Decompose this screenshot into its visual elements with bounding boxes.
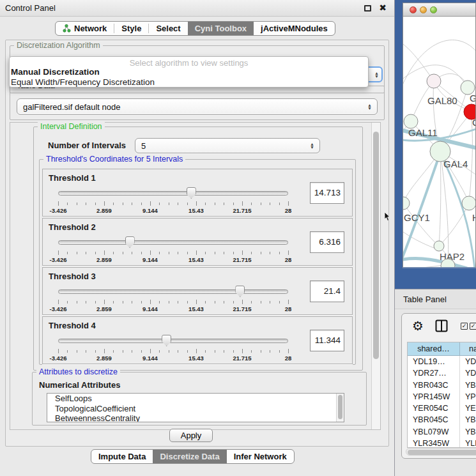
tab-network-label: Network [74, 24, 107, 33]
apply-button[interactable]: Apply [169, 429, 213, 442]
menu-item-manual-discretization[interactable]: Manual Discretization [10, 67, 368, 77]
table-row[interactable]: YBR043CYBR0 [408, 380, 476, 391]
tab-select-label: Select [156, 24, 180, 33]
slider-thumb[interactable] [125, 236, 135, 248]
table-row[interactable]: YDL19…YDL1 [408, 356, 476, 367]
scrollbar-thumb[interactable] [373, 132, 379, 359]
interval-definition-title: Interval Definition [38, 122, 105, 132]
network-canvas[interactable]: GAL80GACGAL11GAL4GCY1HHAP2 [403, 17, 475, 267]
cell-name[interactable]: YLR3 [460, 438, 476, 448]
network-node[interactable] [434, 241, 444, 251]
node-label: GAL80 [427, 95, 457, 106]
list-scrollbar[interactable] [336, 394, 344, 422]
network-node[interactable] [403, 197, 410, 210]
tab-discretize-data[interactable]: Discretize Data [153, 450, 226, 463]
network-window-titlebar[interactable] [403, 3, 475, 17]
network-node[interactable] [427, 74, 441, 88]
threshold-2-slider[interactable]: -3.4262.8599.14415.4321.71528 [58, 235, 288, 263]
table-row[interactable]: YBL079WYBL0 [408, 426, 476, 438]
tab-cyni-toolbox[interactable]: Cyni Toolbox [188, 22, 254, 35]
tab-network[interactable]: Network [56, 22, 114, 35]
threshold-3-label: Threshold 3 [49, 272, 96, 281]
cell-name[interactable]: YPR1 [460, 391, 476, 403]
cell-shared-name[interactable]: YBR045C [408, 414, 460, 426]
slider-thumb[interactable] [235, 286, 245, 297]
table-data-combo[interactable]: galFiltered.sif default node ▲▼ [17, 98, 378, 115]
tab-impute-data[interactable]: Impute Data [91, 450, 153, 463]
node-label: GA [470, 93, 475, 104]
slider-track[interactable] [58, 191, 288, 196]
tab-discretize-data-label: Discretize Data [160, 452, 219, 461]
column-header-shared-name[interactable]: shared… [408, 342, 460, 355]
table-toolbar: ⚙ ✓ ✓ [402, 314, 476, 339]
cell-shared-name[interactable]: YBR043C [408, 380, 460, 391]
slider-tick-labels: -3.4262.8599.14415.4321.71528 [58, 256, 288, 263]
table-row[interactable]: YLR345WYLR3 [408, 438, 476, 448]
table-row[interactable]: YDR27…YDR2 [408, 367, 476, 379]
table-row[interactable]: YPR145WYPR1 [408, 391, 476, 403]
zoom-traffic-light-icon[interactable] [430, 6, 437, 13]
threshold-2-value[interactable]: 6.316 [310, 231, 344, 253]
close-traffic-light-icon[interactable] [410, 6, 417, 13]
column-header-name[interactable]: na [460, 342, 476, 355]
slider-thumb[interactable] [162, 335, 171, 346]
number-of-intervals-value: 5 [141, 139, 146, 153]
network-node[interactable] [462, 196, 475, 210]
node-table[interactable]: shared… na YDL19…YDL1YDR27…YDR2YBR043CYB… [407, 342, 476, 448]
slider-thumb[interactable] [187, 187, 196, 199]
list-item[interactable]: BetweennessCentrality [47, 413, 344, 422]
slider-ticks [58, 250, 288, 256]
close-icon[interactable]: ✖ [379, 3, 387, 13]
cell-shared-name[interactable]: YDR27… [408, 367, 460, 379]
threshold-3-box: Threshold 3 -3.4262.8599.14415.4321.7152… [42, 267, 353, 315]
cell-name[interactable]: YER0 [460, 403, 476, 414]
cell-shared-name[interactable]: YLR345W [408, 438, 460, 448]
threshold-4-label: Threshold 4 [49, 321, 96, 330]
discretization-algorithm-title: Discretization Algorithm [14, 41, 103, 50]
tab-style[interactable]: Style [114, 22, 148, 35]
slider-track[interactable] [58, 240, 288, 245]
table-row[interactable]: YBR045CYBR0 [408, 414, 476, 426]
cell-name[interactable]: YDL1 [460, 356, 476, 367]
threshold-4-value[interactable]: 11.344 [310, 330, 344, 351]
table-row[interactable]: YER054CYER0 [408, 403, 476, 414]
attribute-items: SelfLoopsTopologicalCoefficientBetweenne… [47, 394, 344, 422]
tab-infer-network[interactable]: Infer Network [227, 450, 294, 463]
table-data-combo-value: galFiltered.sif default node [23, 99, 120, 114]
checkbox-icon[interactable]: ✓ [461, 323, 468, 330]
checkbox-icon[interactable]: ✓ [470, 323, 476, 330]
number-of-intervals-combo[interactable]: 5 ▲▼ [135, 138, 320, 153]
table-panel-body: ⚙ ✓ ✓ shared… na YDL19…YDL1YDR27…YDR2YBR… [395, 309, 476, 476]
threshold-1-slider[interactable]: -3.4262.8599.14415.4321.71528 [58, 186, 288, 214]
cell-shared-name[interactable]: YBL079W [408, 426, 460, 438]
minimize-traffic-light-icon[interactable] [420, 6, 427, 13]
gear-icon[interactable]: ⚙ [412, 318, 424, 334]
list-item[interactable]: SelfLoops [47, 394, 344, 404]
scrollbar-thumb[interactable] [338, 395, 342, 419]
table-horizontal-scrollbar[interactable] [406, 448, 476, 456]
threshold-3-value[interactable]: 21.4 [310, 280, 344, 302]
cell-shared-name[interactable]: YPR145W [408, 391, 460, 403]
panel-scrollbar[interactable] [371, 123, 380, 429]
network-node[interactable] [404, 114, 418, 128]
numerical-attributes-list[interactable]: SelfLoopsTopologicalCoefficientBetweenne… [47, 393, 344, 422]
cell-name[interactable]: YBR0 [460, 414, 476, 426]
scrollbar-thumb[interactable] [408, 450, 476, 455]
cell-name[interactable]: YDR2 [460, 367, 476, 379]
float-window-icon[interactable] [364, 5, 371, 12]
cell-shared-name[interactable]: YER054C [408, 403, 460, 414]
tab-jactivemnodules[interactable]: jActiveMNodules [254, 22, 335, 35]
cell-shared-name[interactable]: YDL19… [408, 356, 460, 367]
slider-track[interactable] [58, 289, 288, 294]
slider-track[interactable] [58, 339, 288, 343]
tab-select[interactable]: Select [149, 22, 187, 35]
list-item[interactable]: TopologicalCoefficient [47, 404, 344, 414]
menu-item-equal-width-frequency[interactable]: Equal Width/Frequency Discretization [10, 77, 368, 88]
threshold-3-slider[interactable]: -3.4262.8599.14415.4321.71528 [58, 284, 288, 312]
node-label: GAL4 [443, 158, 468, 169]
cell-name[interactable]: YBL0 [460, 426, 476, 438]
columns-icon[interactable] [435, 319, 448, 332]
cell-name[interactable]: YBR0 [460, 380, 476, 391]
threshold-1-value[interactable]: 14.713 [310, 182, 344, 204]
threshold-4-slider[interactable]: -3.4262.8599.14415.4321.71528 [58, 334, 288, 362]
